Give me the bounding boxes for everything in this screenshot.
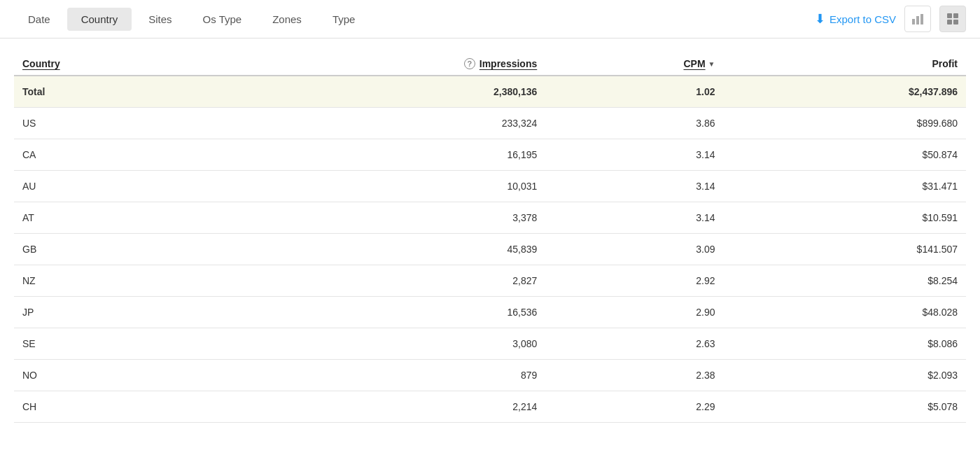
cell-profit: $31.471 bbox=[724, 171, 967, 202]
table-total-row: Total 2,380,136 1.02 $2,437.896 bbox=[14, 76, 966, 108]
table-row[interactable]: NZ 2,827 2.92 $8.254 bbox=[14, 265, 966, 297]
cell-country: NZ bbox=[14, 265, 214, 297]
cell-impressions: 3,378 bbox=[214, 202, 545, 234]
cell-profit: $2.093 bbox=[724, 360, 967, 391]
tab-date[interactable]: Date bbox=[14, 8, 64, 31]
tab-bar: Date Country Sites Os Type Zones Type ⬇ … bbox=[0, 0, 980, 38]
bar-chart-icon bbox=[911, 13, 924, 25]
table-row[interactable]: SE 3,080 2.63 $8.086 bbox=[14, 328, 966, 360]
cpm-label: CPM bbox=[683, 58, 705, 69]
tab-country[interactable]: Country bbox=[67, 8, 132, 31]
cell-impressions: 10,031 bbox=[214, 171, 545, 202]
download-icon: ⬇ bbox=[815, 11, 825, 27]
impressions-label: Impressions bbox=[479, 58, 537, 69]
cell-cpm: 2.29 bbox=[545, 391, 723, 423]
svg-rect-5 bbox=[947, 20, 952, 24]
cell-cpm: 2.38 bbox=[545, 360, 723, 391]
cell-profit: $8.254 bbox=[724, 265, 967, 297]
tab-os-type[interactable]: Os Type bbox=[189, 8, 256, 31]
table-row[interactable]: AU 10,031 3.14 $31.471 bbox=[14, 171, 966, 202]
cell-country: US bbox=[14, 108, 214, 139]
cell-impressions: 233,324 bbox=[214, 108, 545, 139]
total-country: Total bbox=[14, 76, 214, 108]
cell-cpm: 3.09 bbox=[545, 234, 723, 265]
cell-profit: $50.874 bbox=[724, 139, 967, 171]
cell-impressions: 16,195 bbox=[214, 139, 545, 171]
cell-cpm: 3.14 bbox=[545, 171, 723, 202]
cell-country: AT bbox=[14, 202, 214, 234]
table-row[interactable]: AT 3,378 3.14 $10.591 bbox=[14, 202, 966, 234]
data-table-container: Country ? Impressions CPM ▼ Profit Tot bbox=[0, 38, 980, 423]
svg-rect-6 bbox=[953, 20, 958, 24]
table-row[interactable]: NO 879 2.38 $2.093 bbox=[14, 360, 966, 391]
sort-icon: ▼ bbox=[708, 60, 715, 68]
svg-rect-1 bbox=[916, 16, 919, 24]
cell-country: CA bbox=[14, 139, 214, 171]
col-header-impressions[interactable]: ? Impressions bbox=[214, 52, 545, 76]
cell-impressions: 16,536 bbox=[214, 297, 545, 328]
cell-profit: $48.028 bbox=[724, 297, 967, 328]
col-header-cpm[interactable]: CPM ▼ bbox=[545, 52, 723, 76]
impressions-info-icon: ? bbox=[464, 58, 475, 69]
cell-country: JP bbox=[14, 297, 214, 328]
cell-country: GB bbox=[14, 234, 214, 265]
grid-icon bbox=[946, 13, 959, 25]
cell-impressions: 2,827 bbox=[214, 265, 545, 297]
cell-cpm: 3.86 bbox=[545, 108, 723, 139]
svg-rect-3 bbox=[947, 13, 952, 18]
tab-list: Date Country Sites Os Type Zones Type bbox=[14, 8, 372, 31]
cell-profit: $10.591 bbox=[724, 202, 967, 234]
cell-cpm: 3.14 bbox=[545, 202, 723, 234]
cell-cpm: 2.63 bbox=[545, 328, 723, 360]
cell-profit: $141.507 bbox=[724, 234, 967, 265]
table-row[interactable]: CA 16,195 3.14 $50.874 bbox=[14, 139, 966, 171]
cell-profit: $5.078 bbox=[724, 391, 967, 423]
table-row[interactable]: GB 45,839 3.09 $141.507 bbox=[14, 234, 966, 265]
cell-cpm: 2.92 bbox=[545, 265, 723, 297]
cell-impressions: 45,839 bbox=[214, 234, 545, 265]
svg-rect-0 bbox=[912, 19, 915, 24]
cell-impressions: 3,080 bbox=[214, 328, 545, 360]
cell-profit: $899.680 bbox=[724, 108, 967, 139]
col-header-country[interactable]: Country bbox=[14, 52, 214, 76]
tab-sites[interactable]: Sites bbox=[134, 8, 186, 31]
cell-cpm: 3.14 bbox=[545, 139, 723, 171]
toolbar-right: ⬇ Export to CSV bbox=[815, 6, 966, 32]
table-header-row: Country ? Impressions CPM ▼ Profit bbox=[14, 52, 966, 76]
total-profit: $2,437.896 bbox=[724, 76, 967, 108]
svg-rect-2 bbox=[920, 14, 923, 24]
col-header-profit[interactable]: Profit bbox=[724, 52, 967, 76]
total-cpm: 1.02 bbox=[545, 76, 723, 108]
cell-country: CH bbox=[14, 391, 214, 423]
export-label: Export to CSV bbox=[830, 13, 896, 25]
table-row[interactable]: JP 16,536 2.90 $48.028 bbox=[14, 297, 966, 328]
tab-zones[interactable]: Zones bbox=[258, 8, 316, 31]
tab-type[interactable]: Type bbox=[318, 8, 370, 31]
cell-cpm: 2.90 bbox=[545, 297, 723, 328]
cell-impressions: 2,214 bbox=[214, 391, 545, 423]
export-csv-button[interactable]: ⬇ Export to CSV bbox=[815, 11, 896, 27]
data-table: Country ? Impressions CPM ▼ Profit Tot bbox=[14, 52, 966, 423]
table-row[interactable]: CH 2,214 2.29 $5.078 bbox=[14, 391, 966, 423]
cell-profit: $8.086 bbox=[724, 328, 967, 360]
table-row[interactable]: US 233,324 3.86 $899.680 bbox=[14, 108, 966, 139]
total-impressions: 2,380,136 bbox=[214, 76, 545, 108]
cell-impressions: 879 bbox=[214, 360, 545, 391]
cell-country: SE bbox=[14, 328, 214, 360]
svg-rect-4 bbox=[953, 13, 958, 18]
chart-view-button[interactable] bbox=[904, 6, 931, 32]
cell-country: NO bbox=[14, 360, 214, 391]
grid-view-button[interactable] bbox=[939, 6, 966, 32]
cell-country: AU bbox=[14, 171, 214, 202]
